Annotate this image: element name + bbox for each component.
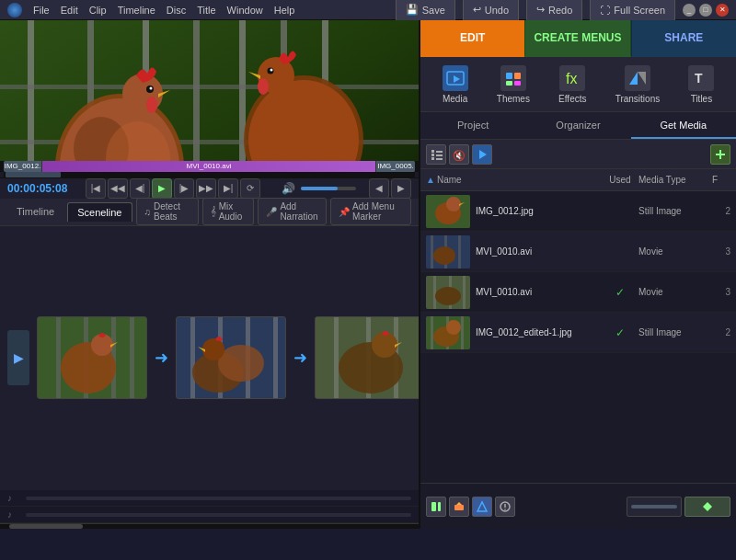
undo-button[interactable]: ↩ Undo	[463, 0, 519, 22]
svg-rect-92	[431, 502, 436, 511]
bottom-tool-2[interactable]	[449, 497, 469, 517]
file-thumb-2	[426, 235, 470, 269]
scene-thumb-2[interactable]	[176, 316, 286, 399]
svg-rect-54	[506, 73, 512, 79]
play-preview-button[interactable]	[472, 144, 492, 165]
volume-slider[interactable]	[301, 187, 356, 190]
svg-marker-53	[454, 75, 460, 83]
video-content	[0, 20, 419, 161]
icon-effects[interactable]: fx Effects	[551, 62, 593, 108]
bottom-tools	[426, 497, 515, 517]
menu-disc[interactable]: Disc	[167, 5, 186, 16]
loop-button[interactable]: ⟳	[240, 178, 260, 199]
go-end-button[interactable]: ▶|	[218, 178, 238, 199]
mix-audio-button[interactable]: 𝄞 Mix Audio	[202, 198, 255, 225]
svg-rect-89	[461, 316, 464, 349]
step-fwd-button[interactable]: ▶▶	[196, 178, 216, 199]
effects-label: Effects	[558, 94, 586, 104]
svg-rect-93	[438, 502, 441, 511]
sub-tab-organizer[interactable]: Organizer	[525, 112, 630, 139]
svg-rect-62	[431, 150, 434, 153]
tab-timeline[interactable]: Timeline	[7, 202, 63, 221]
scene-thumb-1[interactable]	[37, 316, 147, 399]
svg-rect-9	[0, 85, 419, 89]
menu-help[interactable]: Help	[274, 5, 295, 16]
menu-title[interactable]: Title	[197, 5, 215, 16]
menu-file[interactable]: File	[33, 5, 50, 16]
fullscreen-icon: ⛶	[600, 5, 610, 16]
redo-icon: ↪	[536, 4, 545, 16]
go-start-button[interactable]: |◀	[86, 178, 106, 199]
icon-themes[interactable]: Themes	[489, 62, 537, 108]
menu-clip[interactable]: Clip	[89, 5, 107, 16]
svg-point-43	[202, 338, 224, 360]
icon-toolbar: Media Themes fx Effects Transitions	[420, 57, 736, 112]
bottom-input[interactable]	[627, 497, 682, 517]
svg-text:T: T	[695, 71, 703, 86]
minimize-button[interactable]: _	[683, 4, 696, 17]
fullscreen-button[interactable]: ⛶ Full Screen	[590, 0, 675, 22]
tab-share[interactable]: SHARE	[631, 20, 736, 57]
maximize-button[interactable]: □	[699, 4, 712, 17]
sort-name[interactable]: ▲ Name	[426, 175, 602, 185]
icon-media[interactable]: Media	[435, 62, 476, 108]
menu-edit[interactable]: Edit	[61, 5, 78, 16]
step-back-button[interactable]: ◀◀	[108, 178, 128, 199]
new-item-button[interactable]	[710, 144, 730, 165]
clip-track[interactable]: IMG_0012. MVI_0010.avi IMG_0005.	[4, 161, 415, 172]
tab-sceneline[interactable]: Sceneline	[67, 202, 132, 222]
file-row-3[interactable]: MVI_0010.avi ✓ Movie 3	[420, 272, 736, 313]
scene-timeline-tabs: Timeline Sceneline ♫ Detect Beats 𝄞 Mix …	[0, 199, 419, 226]
menu-timeline[interactable]: Timeline	[118, 5, 155, 16]
scroll-thumb[interactable]	[9, 524, 83, 529]
playback-controls-extra: ◀ ▶	[369, 178, 411, 199]
detect-beats-button[interactable]: ♫ Detect Beats	[136, 198, 199, 225]
video-scene-svg	[0, 20, 419, 161]
volume-mute-button[interactable]: 🔇	[449, 144, 469, 165]
next-clip-button[interactable]: ▶	[391, 178, 411, 199]
file-num-3: 3	[712, 287, 730, 297]
view-list-button[interactable]	[426, 144, 446, 165]
play-button[interactable]: ▶	[152, 178, 172, 199]
bottom-tool-5[interactable]	[684, 497, 730, 517]
close-button[interactable]: ✕	[716, 4, 729, 17]
svg-rect-37	[190, 317, 195, 399]
right-panel: EDIT CREATE MENUS SHARE Media Themes fx	[419, 20, 736, 529]
tab-edit[interactable]: EDIT	[420, 20, 524, 57]
menu-bar: File Edit Clip Timeline Disc Title Windo…	[33, 5, 294, 16]
scene-thumb-3[interactable]	[315, 316, 419, 399]
file-num-1: 2	[712, 206, 730, 216]
prev-clip-button[interactable]: ◀	[369, 178, 389, 199]
tab-create-menus[interactable]: CREATE MENUS	[524, 20, 630, 57]
sub-tab-project[interactable]: Project	[420, 112, 525, 139]
scene-prev-arrow[interactable]: ▶	[7, 330, 29, 385]
file-row-2[interactable]: MVI_0010.avi Movie 3	[420, 232, 736, 272]
icon-titles[interactable]: T Titles	[681, 62, 721, 108]
scene-arrow-mid-1: ➜	[155, 348, 168, 368]
header-used: Used	[602, 175, 638, 185]
frame-fwd-button[interactable]: |▶	[174, 178, 194, 199]
svg-point-74	[446, 197, 461, 211]
add-menu-marker-button[interactable]: 📌 Add Menu Marker	[330, 198, 411, 225]
ruler-scale	[0, 172, 419, 177]
menu-window[interactable]: Window	[227, 5, 263, 16]
save-button[interactable]: 💾 Save	[396, 0, 455, 22]
bottom-tool-3[interactable]	[472, 497, 492, 517]
sub-tab-get-media[interactable]: Get Media	[631, 112, 736, 139]
svg-marker-100	[703, 502, 712, 511]
file-row-4[interactable]: IMG_0012_edited-1.jpg ✓ Still Image 2	[420, 313, 736, 353]
file-browser-toolbar: 🔇	[420, 140, 736, 169]
bottom-scrollbar[interactable]	[0, 523, 419, 529]
file-name-1: IMG_0012.jpg	[476, 206, 602, 216]
redo-button[interactable]: ↪ Redo	[526, 0, 582, 22]
bottom-tool-1[interactable]	[426, 497, 446, 517]
svg-point-19	[150, 87, 153, 90]
file-row-1[interactable]: IMG_0012.jpg Still Image 2	[420, 191, 736, 232]
effects-icon: fx	[559, 65, 585, 91]
icon-transitions[interactable]: Transitions	[608, 62, 668, 108]
file-thumb-3	[426, 276, 470, 309]
frame-back-button[interactable]: ◀|	[130, 178, 150, 199]
add-narration-button[interactable]: 🎤 Add Narration	[258, 198, 327, 225]
svg-rect-77	[431, 235, 433, 269]
bottom-tool-4[interactable]	[495, 497, 515, 517]
